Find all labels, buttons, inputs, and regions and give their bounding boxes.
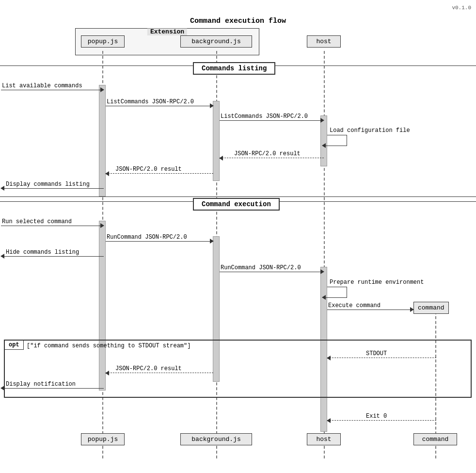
arrowhead-left-6 (105, 171, 109, 176)
msg-result-3: JSON-RPC/2.0 result (106, 373, 213, 373)
msg-label-15: JSON-RPC/2.0 result (115, 365, 182, 372)
actor-background-top: background.js (180, 35, 252, 48)
arrowhead-right-9 (210, 239, 214, 244)
arrowhead-left-15 (105, 371, 109, 375)
actor-command-execute: command (413, 302, 449, 314)
opt-condition: ["if command sends something to STDOUT s… (27, 343, 190, 349)
arrowhead-right-3 (320, 118, 324, 123)
msg-listcmds-1: ListCommands JSON-RPC/2.0 (106, 106, 213, 106)
msg-label-2: ListCommands JSON-RPC/2.0 (107, 98, 194, 105)
msg-result-2: JSON-RPC/2.0 result (106, 173, 213, 174)
arrowhead-right-2 (210, 103, 214, 108)
load-config-line-v (347, 135, 347, 146)
prepare-line-v (347, 287, 347, 297)
arrowhead-left-5 (219, 156, 223, 161)
msg-label-16: Display notification (6, 381, 76, 388)
diagram-title: Command execution flow (190, 17, 286, 25)
arrowhead-left-14 (327, 356, 331, 360)
msg-label-14: STDOUT (366, 350, 387, 357)
msg-runcmd-2: RunCommand JSON-RPC/2.0 (220, 272, 324, 272)
msg-label-8: Run selected command (2, 218, 72, 225)
msg-label-5: JSON-RPC/2.0 result (234, 150, 301, 157)
actor-host-bottom: host (307, 433, 341, 445)
actor-background-bottom: background.js (180, 433, 252, 445)
arrowhead-left-16 (0, 386, 4, 391)
arrowhead-left-4 (322, 143, 326, 148)
extension-label: Extension (147, 28, 187, 35)
arrowhead-left-17 (327, 418, 331, 423)
actor-host-top: host (307, 35, 341, 48)
msg-list-available: List available commands (1, 90, 104, 90)
msg-label-11: RunCommand JSON-RPC/2.0 (221, 264, 301, 271)
section-commands-listing: Commands listing (193, 62, 275, 75)
msg-result-1: JSON-RPC/2.0 result (220, 158, 324, 158)
section-line-commands-bottom (0, 196, 476, 197)
activation-host-1 (320, 115, 327, 166)
version-label: v0.1.0 (452, 5, 471, 11)
opt-label: opt (4, 340, 24, 350)
msg-exit0: Exit 0 (327, 420, 436, 421)
msg-execute-cmd: Execute command (327, 310, 413, 310)
load-config-line-h2 (322, 146, 347, 146)
prepare-line-h1 (327, 287, 347, 287)
actor-popup-bottom: popup.js (81, 433, 125, 445)
msg-label-10: Hide commands listing (6, 249, 79, 256)
msg-stdout: STDOUT (327, 358, 436, 358)
msg-label-13: Execute command (328, 302, 381, 309)
prepare-line-h2 (322, 297, 347, 298)
msg-label-4: Load configuration file (330, 127, 410, 134)
msg-hide-listing: Hide commands listing (1, 256, 104, 257)
msg-label-1: List available commands (2, 82, 82, 89)
msg-run-selected: Run selected command (1, 226, 104, 226)
msg-label-12: Prepare runtime environment (330, 279, 424, 286)
msg-display-notif: Display notification (1, 388, 104, 389)
actor-command-bottom: command (413, 433, 457, 445)
msg-label-7: Display commands listing (6, 181, 90, 188)
msg-label-9: RunCommand JSON-RPC/2.0 (107, 234, 187, 241)
opt-box: opt ["if command sends something to STDO… (4, 340, 472, 398)
msg-runcmd-1: RunCommand JSON-RPC/2.0 (106, 241, 213, 242)
msg-label-17: Exit 0 (366, 413, 387, 420)
msg-display-listing: Display commands listing (1, 188, 104, 189)
msg-label-3: ListCommands JSON-RPC/2.0 (221, 113, 308, 120)
actor-popup-top: popup.js (81, 35, 125, 48)
msg-listcmds-2: ListCommands JSON-RPC/2.0 (220, 120, 324, 121)
activation-popup-1 (99, 85, 106, 196)
load-config-line-h1 (327, 135, 347, 135)
arrowhead-left-10 (0, 254, 4, 259)
arrowhead-left-7 (0, 186, 4, 191)
arrowhead-right-11 (320, 269, 324, 274)
arrowhead-left-12 (322, 295, 326, 300)
arrowhead-right-8 (100, 223, 104, 228)
section-command-execution: Command execution (193, 198, 280, 211)
activation-background-1 (213, 101, 220, 181)
msg-label-6: JSON-RPC/2.0 result (115, 166, 182, 173)
arrowhead-right-1 (100, 87, 104, 92)
